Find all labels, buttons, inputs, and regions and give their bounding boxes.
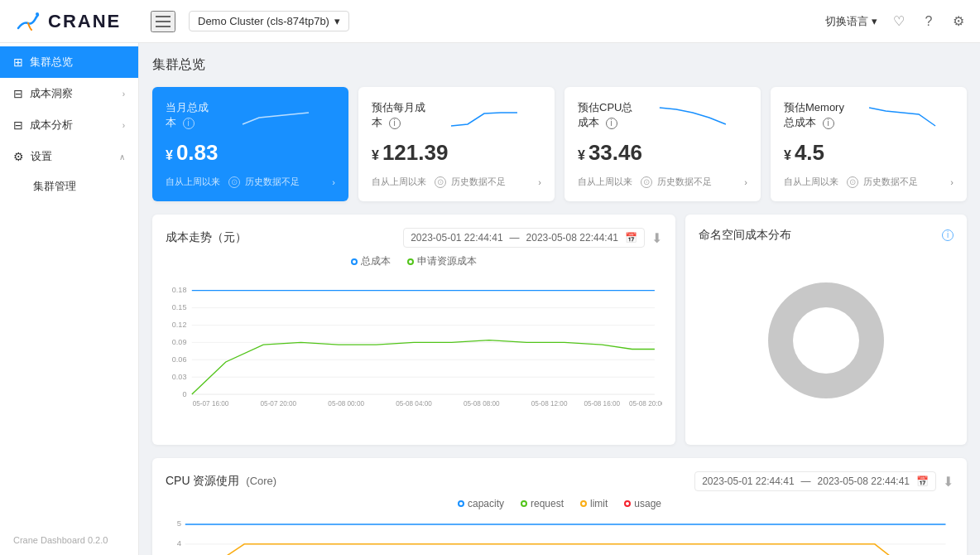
svg-text:0.15: 0.15 — [172, 303, 187, 311]
arrow-icon-3: › — [744, 177, 747, 187]
footer-left-2: 自从上周以来 — [372, 176, 426, 188]
cost-trend-title: 成本走势（元） — [166, 230, 247, 245]
legend-label-limit: limit — [590, 498, 608, 509]
sidebar-item-cluster-overview[interactable]: ⊞ 集群总览 — [0, 46, 138, 78]
cpu-download-icon[interactable]: ⬇ — [943, 474, 954, 490]
main-container: ⊞ 集群总览 ⊟ 成本洞察 › ⊟ 成本分析 › ⚙ 设置 ∧ — [0, 43, 980, 555]
lang-label: 切换语言 — [825, 14, 868, 29]
legend-dot-capacity — [458, 500, 464, 507]
card-title-3: 预估CPU总成本 i — [578, 100, 638, 130]
card-footer-2[interactable]: 自从上周以来 ⊙ 历史数据不足 › — [372, 176, 541, 188]
cpu-date-end: 2023-05-08 22:44:41 — [818, 475, 910, 487]
card-value-4: ¥4.5 — [784, 140, 954, 166]
header-left: CRANE Demo Cluster (cls-874tp7b) ▾ — [13, 7, 349, 36]
card-title-2: 预估每月成本 i — [372, 100, 427, 130]
card-value-2: ¥121.39 — [372, 140, 541, 166]
sidebar-item-cost-analysis[interactable]: ⊟ 成本分析 › — [0, 109, 138, 141]
svg-point-1 — [36, 12, 39, 16]
content-area: 集群总览 当月总成本 i ¥0.83 自从上周以来 — [139, 43, 980, 555]
cluster-label: Demo Cluster (cls-874tp7b) — [198, 15, 329, 27]
namespace-cost-chart: 命名空间成本分布 i — [685, 215, 967, 445]
cpu-date-range[interactable]: 2023-05-01 22:44:41 — 2023-05-08 22:44:4… — [694, 471, 936, 491]
footer-info-3[interactable]: ⊙ — [641, 176, 652, 188]
legend-request: request — [521, 498, 564, 509]
sidebar-footer: Crane Dashboard 0.2.0 — [0, 525, 138, 555]
cost-trend-legend: 总成本 申请资源成本 — [166, 254, 662, 268]
sidebar-item-cost-insight[interactable]: ⊟ 成本洞察 › — [0, 78, 138, 109]
info-icon-4[interactable]: i — [823, 118, 834, 129]
card-header-1: 当月总成本 i — [166, 100, 335, 130]
heart-icon[interactable]: ♡ — [891, 13, 907, 30]
svg-text:05-08 20:00: 05-08 20:00 — [629, 400, 662, 408]
cost-trend-header: 成本走势（元） 2023-05-01 22:44:41 — 2023-05-08… — [166, 228, 662, 248]
svg-text:5: 5 — [177, 519, 181, 528]
svg-text:0.03: 0.03 — [172, 373, 187, 381]
card-estimated-cpu-cost: 预估CPU总成本 i ¥33.46 自从上周以来 ⊙ 历史数据不足 › — [564, 87, 761, 201]
cost-trend-date-range[interactable]: 2023-05-01 22:44:41 — 2023-05-08 22:44:4… — [403, 228, 645, 248]
legend-dot-green — [407, 258, 414, 265]
grid-icon: ⊞ — [13, 56, 23, 69]
settings-icon[interactable]: ⚙ — [950, 13, 967, 30]
table-icon: ⊟ — [13, 87, 23, 100]
card-footer-3[interactable]: 自从上周以来 ⊙ 历史数据不足 › — [578, 176, 747, 188]
footer-right-4: 历史数据不足 — [863, 176, 918, 188]
date-end: 2023-05-08 22:44:41 — [526, 232, 618, 244]
card-header-2: 预估每月成本 i — [372, 100, 541, 130]
table2-icon: ⊟ — [13, 118, 23, 132]
sidebar-nav: ⊞ 集群总览 ⊟ 成本洞察 › ⊟ 成本分析 › ⚙ 设置 ∧ — [0, 46, 138, 525]
chevron-right-icon: › — [122, 89, 125, 99]
lang-switcher[interactable]: 切换语言 ▾ — [825, 14, 877, 29]
cpu-calendar-icon: 📅 — [916, 475, 929, 487]
sparkline-4 — [851, 101, 954, 130]
cluster-selector[interactable]: Demo Cluster (cls-874tp7b) ▾ — [189, 11, 349, 31]
svg-text:05-08 08:00: 05-08 08:00 — [464, 400, 500, 408]
header-right: 切换语言 ▾ ♡ ? ⚙ — [825, 13, 967, 30]
sidebar-item-settings[interactable]: ⚙ 设置 ∧ — [0, 141, 138, 172]
legend-dot-request — [521, 500, 527, 507]
help-icon[interactable]: ? — [920, 13, 937, 30]
download-icon[interactable]: ⬇ — [651, 230, 662, 246]
svg-text:0.18: 0.18 — [172, 286, 187, 294]
cpu-svg-wrap: 5 4 3 2 — [166, 516, 954, 555]
card-header-4: 预估Memory总成本 i — [784, 100, 954, 130]
info-icon-2[interactable]: i — [389, 118, 401, 129]
card-footer-1[interactable]: 自从上周以来 ⊙ 历史数据不足 › — [166, 176, 335, 188]
footer-info-2[interactable]: ⊙ — [435, 176, 446, 188]
legend-limit: limit — [580, 498, 608, 509]
info-icon-3[interactable]: i — [606, 118, 617, 129]
arrow-icon-2: › — [538, 177, 541, 187]
legend-usage: usage — [624, 498, 661, 509]
footer-right-3: 历史数据不足 — [657, 176, 712, 188]
card-value-1: ¥0.83 — [166, 140, 335, 166]
card-title-1: 当月总成本 i — [166, 100, 216, 130]
sidebar: ⊞ 集群总览 ⊟ 成本洞察 › ⊟ 成本分析 › ⚙ 设置 ∧ — [0, 43, 139, 555]
crane-logo-icon — [13, 7, 43, 36]
logo: CRANE — [13, 7, 137, 36]
card-title-4: 预估Memory总成本 i — [784, 100, 851, 130]
card-estimated-month-cost: 预估每月成本 i ¥121.39 自从上周以来 ⊙ 历史数据不足 › — [358, 87, 555, 201]
svg-text:4: 4 — [177, 538, 182, 548]
cpu-chart-actions: 2023-05-01 22:44:41 — 2023-05-08 22:44:4… — [694, 471, 954, 491]
info-icon-1[interactable]: i — [183, 118, 195, 129]
cpu-date-separator: — — [801, 475, 811, 487]
date-start: 2023-05-01 22:44:41 — [411, 232, 502, 244]
cluster-management-label: 集群管理 — [33, 180, 76, 192]
menu-button[interactable] — [151, 11, 175, 32]
chart-actions: 2023-05-01 22:44:41 — 2023-05-08 22:44:4… — [403, 228, 662, 248]
sparkline-1 — [216, 101, 335, 130]
calendar-icon: 📅 — [625, 232, 637, 244]
footer-right-2: 历史数据不足 — [451, 176, 506, 188]
namespace-info-icon[interactable]: i — [942, 229, 954, 241]
footer-info-4[interactable]: ⊙ — [847, 176, 858, 188]
version-text: Crane Dashboard 0.2.0 — [13, 535, 108, 545]
chevron-up-icon: ∧ — [119, 152, 125, 162]
header: CRANE Demo Cluster (cls-874tp7b) ▾ 切换语言 … — [0, 0, 980, 43]
cpu-chart-title: CPU 资源使用 (Core) — [166, 474, 276, 489]
sidebar-label-cost-analysis: 成本分析 — [30, 118, 122, 133]
sidebar-subitem-cluster-management[interactable]: 集群管理 — [0, 172, 138, 200]
footer-info-1[interactable]: ⊙ — [228, 176, 240, 188]
card-value-3: ¥33.46 — [578, 140, 747, 166]
sidebar-label-cluster-overview: 集群总览 — [30, 55, 125, 70]
donut-wrap — [699, 249, 954, 432]
card-footer-4[interactable]: 自从上周以来 ⊙ 历史数据不足 › — [784, 176, 954, 188]
